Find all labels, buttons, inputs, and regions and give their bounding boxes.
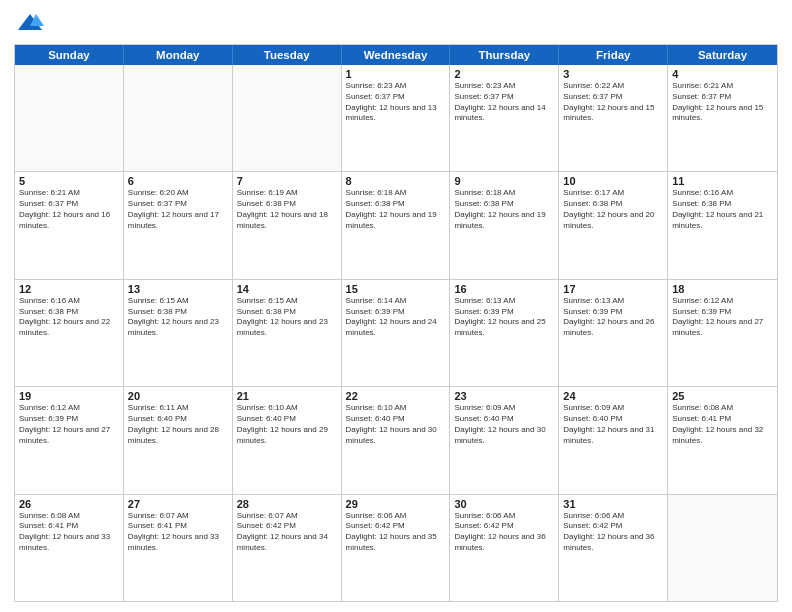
day-info: Sunrise: 6:16 AMSunset: 6:38 PMDaylight:… (672, 188, 773, 231)
day-number: 26 (19, 498, 119, 510)
day-number: 27 (128, 498, 228, 510)
day-cell-6: 6Sunrise: 6:20 AMSunset: 6:37 PMDaylight… (124, 172, 233, 278)
day-cell-4: 4Sunrise: 6:21 AMSunset: 6:37 PMDaylight… (668, 65, 777, 171)
day-info: Sunrise: 6:19 AMSunset: 6:38 PMDaylight:… (237, 188, 337, 231)
day-info: Sunrise: 6:23 AMSunset: 6:37 PMDaylight:… (454, 81, 554, 124)
logo-icon (16, 10, 44, 38)
day-of-week-sunday: Sunday (15, 45, 124, 65)
calendar-body: 1Sunrise: 6:23 AMSunset: 6:37 PMDaylight… (15, 65, 777, 601)
day-info: Sunrise: 6:14 AMSunset: 6:39 PMDaylight:… (346, 296, 446, 339)
day-number: 14 (237, 283, 337, 295)
day-cell-23: 23Sunrise: 6:09 AMSunset: 6:40 PMDayligh… (450, 387, 559, 493)
day-cell-24: 24Sunrise: 6:09 AMSunset: 6:40 PMDayligh… (559, 387, 668, 493)
day-number: 2 (454, 68, 554, 80)
day-number: 21 (237, 390, 337, 402)
calendar-header: SundayMondayTuesdayWednesdayThursdayFrid… (15, 45, 777, 65)
day-number: 28 (237, 498, 337, 510)
calendar-row-0: 1Sunrise: 6:23 AMSunset: 6:37 PMDaylight… (15, 65, 777, 172)
day-number: 22 (346, 390, 446, 402)
day-number: 30 (454, 498, 554, 510)
day-cell-30: 30Sunrise: 6:06 AMSunset: 6:42 PMDayligh… (450, 495, 559, 601)
header (14, 10, 778, 38)
empty-cell (124, 65, 233, 171)
day-info: Sunrise: 6:06 AMSunset: 6:42 PMDaylight:… (563, 511, 663, 554)
day-of-week-saturday: Saturday (668, 45, 777, 65)
calendar-row-3: 19Sunrise: 6:12 AMSunset: 6:39 PMDayligh… (15, 387, 777, 494)
day-cell-20: 20Sunrise: 6:11 AMSunset: 6:40 PMDayligh… (124, 387, 233, 493)
day-info: Sunrise: 6:18 AMSunset: 6:38 PMDaylight:… (454, 188, 554, 231)
page: SundayMondayTuesdayWednesdayThursdayFrid… (0, 0, 792, 612)
empty-cell (668, 495, 777, 601)
day-cell-18: 18Sunrise: 6:12 AMSunset: 6:39 PMDayligh… (668, 280, 777, 386)
day-info: Sunrise: 6:09 AMSunset: 6:40 PMDaylight:… (454, 403, 554, 446)
day-number: 7 (237, 175, 337, 187)
day-info: Sunrise: 6:18 AMSunset: 6:38 PMDaylight:… (346, 188, 446, 231)
day-number: 23 (454, 390, 554, 402)
day-info: Sunrise: 6:12 AMSunset: 6:39 PMDaylight:… (19, 403, 119, 446)
day-info: Sunrise: 6:22 AMSunset: 6:37 PMDaylight:… (563, 81, 663, 124)
day-number: 3 (563, 68, 663, 80)
day-info: Sunrise: 6:07 AMSunset: 6:42 PMDaylight:… (237, 511, 337, 554)
day-cell-1: 1Sunrise: 6:23 AMSunset: 6:37 PMDaylight… (342, 65, 451, 171)
day-number: 13 (128, 283, 228, 295)
day-number: 20 (128, 390, 228, 402)
day-number: 1 (346, 68, 446, 80)
day-number: 31 (563, 498, 663, 510)
day-cell-2: 2Sunrise: 6:23 AMSunset: 6:37 PMDaylight… (450, 65, 559, 171)
day-of-week-wednesday: Wednesday (342, 45, 451, 65)
day-info: Sunrise: 6:13 AMSunset: 6:39 PMDaylight:… (454, 296, 554, 339)
day-number: 5 (19, 175, 119, 187)
day-cell-11: 11Sunrise: 6:16 AMSunset: 6:38 PMDayligh… (668, 172, 777, 278)
day-cell-7: 7Sunrise: 6:19 AMSunset: 6:38 PMDaylight… (233, 172, 342, 278)
day-info: Sunrise: 6:15 AMSunset: 6:38 PMDaylight:… (237, 296, 337, 339)
day-of-week-monday: Monday (124, 45, 233, 65)
day-number: 17 (563, 283, 663, 295)
day-number: 19 (19, 390, 119, 402)
day-cell-14: 14Sunrise: 6:15 AMSunset: 6:38 PMDayligh… (233, 280, 342, 386)
day-info: Sunrise: 6:13 AMSunset: 6:39 PMDaylight:… (563, 296, 663, 339)
day-info: Sunrise: 6:10 AMSunset: 6:40 PMDaylight:… (346, 403, 446, 446)
day-of-week-thursday: Thursday (450, 45, 559, 65)
day-info: Sunrise: 6:06 AMSunset: 6:42 PMDaylight:… (454, 511, 554, 554)
day-info: Sunrise: 6:21 AMSunset: 6:37 PMDaylight:… (672, 81, 773, 124)
day-info: Sunrise: 6:21 AMSunset: 6:37 PMDaylight:… (19, 188, 119, 231)
day-of-week-friday: Friday (559, 45, 668, 65)
day-number: 25 (672, 390, 773, 402)
day-number: 8 (346, 175, 446, 187)
day-number: 4 (672, 68, 773, 80)
calendar-row-1: 5Sunrise: 6:21 AMSunset: 6:37 PMDaylight… (15, 172, 777, 279)
day-cell-19: 19Sunrise: 6:12 AMSunset: 6:39 PMDayligh… (15, 387, 124, 493)
day-info: Sunrise: 6:11 AMSunset: 6:40 PMDaylight:… (128, 403, 228, 446)
day-info: Sunrise: 6:20 AMSunset: 6:37 PMDaylight:… (128, 188, 228, 231)
logo (14, 10, 44, 38)
day-cell-8: 8Sunrise: 6:18 AMSunset: 6:38 PMDaylight… (342, 172, 451, 278)
day-number: 6 (128, 175, 228, 187)
day-info: Sunrise: 6:16 AMSunset: 6:38 PMDaylight:… (19, 296, 119, 339)
day-number: 18 (672, 283, 773, 295)
day-number: 24 (563, 390, 663, 402)
empty-cell (233, 65, 342, 171)
calendar: SundayMondayTuesdayWednesdayThursdayFrid… (14, 44, 778, 602)
day-cell-13: 13Sunrise: 6:15 AMSunset: 6:38 PMDayligh… (124, 280, 233, 386)
day-info: Sunrise: 6:17 AMSunset: 6:38 PMDaylight:… (563, 188, 663, 231)
day-info: Sunrise: 6:06 AMSunset: 6:42 PMDaylight:… (346, 511, 446, 554)
day-number: 9 (454, 175, 554, 187)
day-number: 16 (454, 283, 554, 295)
empty-cell (15, 65, 124, 171)
day-number: 10 (563, 175, 663, 187)
day-cell-15: 15Sunrise: 6:14 AMSunset: 6:39 PMDayligh… (342, 280, 451, 386)
day-cell-9: 9Sunrise: 6:18 AMSunset: 6:38 PMDaylight… (450, 172, 559, 278)
calendar-row-2: 12Sunrise: 6:16 AMSunset: 6:38 PMDayligh… (15, 280, 777, 387)
day-info: Sunrise: 6:09 AMSunset: 6:40 PMDaylight:… (563, 403, 663, 446)
day-cell-31: 31Sunrise: 6:06 AMSunset: 6:42 PMDayligh… (559, 495, 668, 601)
day-cell-26: 26Sunrise: 6:08 AMSunset: 6:41 PMDayligh… (15, 495, 124, 601)
day-cell-16: 16Sunrise: 6:13 AMSunset: 6:39 PMDayligh… (450, 280, 559, 386)
day-info: Sunrise: 6:08 AMSunset: 6:41 PMDaylight:… (19, 511, 119, 554)
day-cell-12: 12Sunrise: 6:16 AMSunset: 6:38 PMDayligh… (15, 280, 124, 386)
day-info: Sunrise: 6:10 AMSunset: 6:40 PMDaylight:… (237, 403, 337, 446)
day-info: Sunrise: 6:12 AMSunset: 6:39 PMDaylight:… (672, 296, 773, 339)
day-info: Sunrise: 6:15 AMSunset: 6:38 PMDaylight:… (128, 296, 228, 339)
day-cell-10: 10Sunrise: 6:17 AMSunset: 6:38 PMDayligh… (559, 172, 668, 278)
day-cell-17: 17Sunrise: 6:13 AMSunset: 6:39 PMDayligh… (559, 280, 668, 386)
day-of-week-tuesday: Tuesday (233, 45, 342, 65)
